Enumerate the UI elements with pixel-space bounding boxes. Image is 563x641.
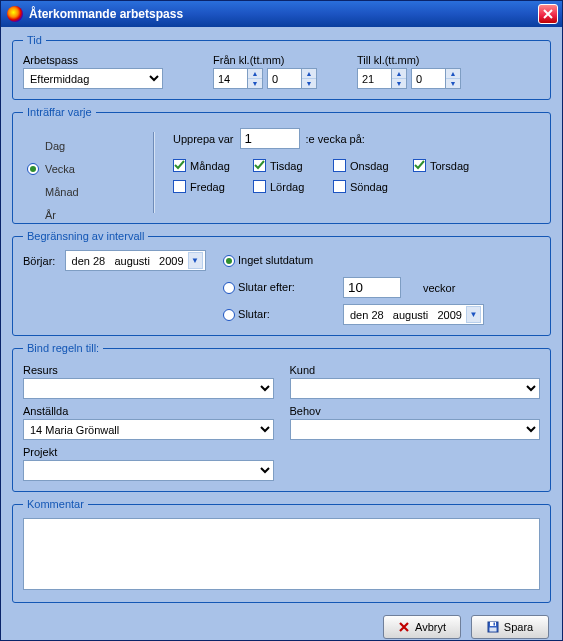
group-tid: Tid Arbetspass Eftermiddag Från kl.(tt.m… [12, 34, 551, 100]
app-icon [7, 6, 23, 22]
svg-rect-3 [489, 628, 496, 632]
end-date-picker[interactable]: den 28 augusti 2009 ▼ [343, 304, 484, 325]
client-area: Tid Arbetspass Eftermiddag Från kl.(tt.m… [2, 28, 561, 639]
to-hour-input[interactable] [357, 68, 391, 89]
group-range: Begränsning av intervall Börjar: den 28 … [12, 230, 551, 336]
start-date-dropdown[interactable]: ▼ [188, 252, 203, 269]
legend-tid: Tid [23, 34, 46, 46]
repeat-suffix: :e vecka på: [306, 133, 365, 145]
label-end-on: Slutar: [238, 308, 270, 320]
label-sun: Söndag [350, 181, 388, 193]
repeat-every-input[interactable] [240, 128, 300, 149]
label-end-after: Slutar efter: [238, 281, 295, 293]
cancel-icon [398, 621, 410, 633]
group-comment: Kommentar [12, 498, 551, 603]
to-hour-spinner[interactable]: ▲▼ [357, 68, 407, 89]
repeat-prefix: Upprepa var [173, 133, 234, 145]
label-behov: Behov [290, 405, 541, 417]
label-noend: Inget slutdatum [238, 254, 313, 266]
close-icon [543, 9, 553, 19]
tab-ar[interactable]: År [21, 203, 141, 226]
label-thu: Torsdag [430, 160, 469, 172]
checkbox-sun[interactable] [333, 180, 346, 193]
radio-end-on[interactable] [223, 309, 235, 321]
recur-week-panel: Upprepa var :e vecka på: Måndag Tisdag O… [173, 126, 540, 193]
label-end-after-unit: veckor [423, 282, 540, 294]
label-sat: Lördag [270, 181, 304, 193]
end-date-dropdown[interactable]: ▼ [466, 306, 481, 323]
close-button[interactable] [538, 4, 558, 24]
checkbox-thu[interactable] [413, 159, 426, 172]
start-date-picker[interactable]: den 28 augusti 2009 ▼ [65, 250, 206, 271]
tab-manad[interactable]: Månad [21, 180, 141, 203]
label-start: Börjar: [23, 255, 55, 267]
label-resurs: Resurs [23, 364, 274, 376]
from-hour-spinner[interactable]: ▲▼ [213, 68, 263, 89]
window-title: Återkommande arbetspass [29, 7, 538, 21]
label-to: Till kl.(tt.mm) [357, 54, 461, 66]
label-anstallda: Anställda [23, 405, 274, 417]
legend-recur: Inträffar varje [23, 106, 96, 118]
from-min-input[interactable] [267, 68, 301, 89]
checkbox-fri[interactable] [173, 180, 186, 193]
select-arbetspass[interactable]: Eftermiddag [23, 68, 163, 89]
cancel-label: Avbryt [415, 621, 446, 633]
radio-end-after[interactable] [223, 282, 235, 294]
label-fri: Fredag [190, 181, 225, 193]
select-resurs[interactable] [23, 378, 274, 399]
comment-textarea[interactable] [23, 518, 540, 590]
from-min-buttons[interactable]: ▲▼ [301, 68, 317, 89]
svg-rect-2 [493, 623, 495, 626]
from-hour-input[interactable] [213, 68, 247, 89]
label-wed: Onsdag [350, 160, 389, 172]
to-min-spinner[interactable]: ▲▼ [411, 68, 461, 89]
label-tue: Tisdag [270, 160, 303, 172]
select-behov[interactable] [290, 419, 541, 440]
group-recur: Inträffar varje Dag Vecka Månad År Uppre… [12, 106, 551, 224]
cancel-button[interactable]: Avbryt [383, 615, 461, 639]
svg-rect-1 [490, 622, 496, 626]
checkbox-wed[interactable] [333, 159, 346, 172]
from-hour-buttons[interactable]: ▲▼ [247, 68, 263, 89]
button-row: Avbryt Spara [12, 609, 551, 639]
label-mon: Måndag [190, 160, 230, 172]
checkbox-tue[interactable] [253, 159, 266, 172]
to-hour-buttons[interactable]: ▲▼ [391, 68, 407, 89]
label-projekt: Projekt [23, 446, 274, 458]
legend-comment: Kommentar [23, 498, 88, 510]
label-from: Från kl.(tt.mm) [213, 54, 317, 66]
label-kund: Kund [290, 364, 541, 376]
checkbox-sat[interactable] [253, 180, 266, 193]
save-icon [487, 621, 499, 633]
legend-range: Begränsning av intervall [23, 230, 148, 242]
label-arbetspass: Arbetspass [23, 54, 193, 66]
select-projekt[interactable] [23, 460, 274, 481]
tab-dag[interactable]: Dag [21, 134, 141, 157]
from-min-spinner[interactable]: ▲▼ [267, 68, 317, 89]
select-anstallda[interactable]: 14 Maria Grönwall [23, 419, 274, 440]
to-min-buttons[interactable]: ▲▼ [445, 68, 461, 89]
group-bind: Bind regeln till: Resurs Kund Anställda … [12, 342, 551, 492]
dialog-window: Återkommande arbetspass Tid Arbetspass E… [0, 0, 563, 641]
save-label: Spara [504, 621, 533, 633]
to-min-input[interactable] [411, 68, 445, 89]
end-after-input[interactable] [343, 277, 401, 298]
vertical-separator [153, 132, 154, 213]
tab-vecka[interactable]: Vecka [21, 157, 141, 180]
recur-period-tabs: Dag Vecka Månad År [21, 128, 141, 217]
end-date-value: den 28 augusti 2009 [350, 309, 462, 321]
start-date-value: den 28 augusti 2009 [72, 255, 184, 267]
legend-bind: Bind regeln till: [23, 342, 103, 354]
checkbox-mon[interactable] [173, 159, 186, 172]
radio-noend[interactable] [223, 255, 235, 267]
select-kund[interactable] [290, 378, 541, 399]
save-button[interactable]: Spara [471, 615, 549, 639]
weekday-grid: Måndag Tisdag Onsdag Torsdag Fredag Lörd… [173, 159, 540, 193]
titlebar: Återkommande arbetspass [1, 1, 562, 27]
